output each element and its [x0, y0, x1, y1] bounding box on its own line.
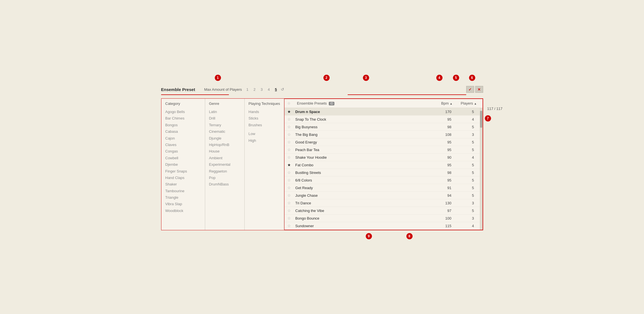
preset-name: The Big Bang	[295, 132, 431, 137]
category-item[interactable]: Shaker	[165, 181, 201, 187]
technique-item[interactable]: High	[249, 137, 280, 144]
bpm-value: 98	[432, 171, 454, 175]
star-icon[interactable]: ☆	[287, 216, 295, 220]
table-row[interactable]: ☆ Get Ready 91 5	[284, 184, 479, 192]
category-item[interactable]: Bongos	[165, 122, 201, 128]
technique-item[interactable]: Brushes	[249, 122, 280, 128]
star-icon[interactable]: ☆	[287, 117, 295, 121]
genre-item[interactable]: House	[209, 148, 240, 154]
genre-item[interactable]: Latin	[209, 109, 240, 115]
table-row[interactable]: ☆ Snap To The Clock 95 4	[284, 116, 479, 123]
star-icon[interactable]: ☆	[287, 170, 295, 175]
preset-name: Fat Combo	[295, 163, 431, 167]
star-icon[interactable]: ☆	[287, 132, 295, 137]
table-row[interactable]: ☆ Tri Dance 130 3	[284, 199, 479, 207]
preset-name-header[interactable]: Ensemble Presets ID	[297, 101, 431, 105]
star-icon[interactable]: ★	[287, 109, 295, 114]
star-icon[interactable]: ☆	[287, 155, 295, 160]
player-option-5[interactable]: 5	[274, 87, 278, 92]
category-item[interactable]: Djembe	[165, 161, 201, 168]
category-item[interactable]: Cowbell	[165, 155, 201, 161]
genre-item[interactable]: Reggaeton	[209, 168, 240, 174]
table-row[interactable]: ☆ Bustling Streets 98 5	[284, 169, 479, 176]
scrollbar[interactable]	[480, 108, 483, 230]
table-row[interactable]: ☆ Peach Bar Tea 95 5	[284, 146, 479, 154]
genre-item[interactable]: Ambient	[209, 155, 240, 161]
preset-border: ☆ Ensemble Presets ID Bpm ▲ Players ▲	[284, 99, 483, 230]
category-item[interactable]: Cabasa	[165, 128, 201, 135]
preset-list-header: ☆ Ensemble Presets ID Bpm ▲ Players ▲	[284, 99, 482, 108]
category-item[interactable]: Agogo Bells	[165, 109, 201, 115]
category-item[interactable]: Hand Claps	[165, 174, 201, 181]
genre-item[interactable]: Experimental	[209, 161, 240, 168]
table-row[interactable]: ☆ Shake Your Hoodie 90 4	[284, 154, 479, 161]
preset-name: Shake Your Hoodie	[295, 155, 431, 160]
preset-name: Big Busyness	[295, 125, 431, 129]
category-item[interactable]: Vibra Slap	[165, 201, 201, 207]
category-item[interactable]: Finger Snaps	[165, 168, 201, 174]
players-header[interactable]: Players ▲	[457, 101, 480, 105]
star-icon[interactable]: ☆	[287, 193, 295, 198]
table-row[interactable]: ☆ Big Busyness 98 5	[284, 123, 479, 131]
star-icon[interactable]: ☆	[287, 178, 295, 182]
table-row[interactable]: ★ Drum n Space 170 5	[284, 108, 479, 116]
table-row[interactable]: ☆ The Big Bang 108 3	[284, 131, 479, 138]
genre-item[interactable]: HipHop/RnB	[209, 141, 240, 148]
preset-name: Peach Bar Tea	[295, 148, 431, 152]
category-item[interactable]: Congas	[165, 148, 201, 154]
table-row[interactable]: ☆ Bongo Bounce 100 3	[284, 215, 479, 222]
star-icon[interactable]: ☆	[287, 140, 295, 144]
star-icon[interactable]: ☆	[287, 125, 295, 129]
preset-name: Get Ready	[295, 186, 431, 190]
star-icon[interactable]: ★	[287, 163, 295, 167]
star-icon[interactable]: ☆	[287, 147, 295, 152]
category-item[interactable]: Woodblock	[165, 207, 201, 214]
technique-item[interactable]: Sticks	[249, 115, 280, 121]
action-buttons: ✓ ✕	[466, 86, 483, 93]
category-item[interactable]: Bar Chimes	[165, 115, 201, 121]
table-row[interactable]: ★ Fat Combo 95 5	[284, 161, 479, 169]
main-panel: Category Agogo Bells Bar Chimes Bongos C…	[161, 98, 483, 230]
genre-item[interactable]: Ternary	[209, 122, 240, 128]
genre-item[interactable]: DrumNBass	[209, 181, 240, 187]
table-row[interactable]: ☆ 6/8 Colors 95 5	[284, 176, 479, 184]
star-icon[interactable]: ☆	[287, 224, 295, 228]
players-value: 4	[454, 155, 477, 160]
table-row[interactable]: ☆ Sundowner 115 4	[284, 222, 479, 230]
technique-item[interactable]: Low	[249, 131, 280, 137]
id-badge: ID	[329, 102, 334, 105]
player-option-2[interactable]: 2	[252, 87, 257, 92]
genre-header: Genre	[209, 101, 240, 106]
bpm-value: 95	[432, 163, 454, 167]
category-item[interactable]: Tambourine	[165, 188, 201, 194]
genre-item[interactable]: Djungle	[209, 135, 240, 141]
player-number-selector[interactable]: 1 2 3 4 5	[245, 87, 278, 92]
category-item[interactable]: Cajon	[165, 135, 201, 141]
genre-item[interactable]: Pop	[209, 174, 240, 181]
player-option-4[interactable]: 4	[267, 87, 271, 92]
annotation-3: 3	[363, 75, 369, 81]
star-icon[interactable]: ☆	[287, 208, 295, 213]
table-row[interactable]: ☆ Good Energy 95 5	[284, 138, 479, 146]
bpm-header[interactable]: Bpm ▲	[433, 101, 455, 105]
genre-item[interactable]: Cinematic	[209, 128, 240, 135]
players-value: 5	[454, 163, 477, 167]
players-value: 5	[454, 171, 477, 175]
star-icon[interactable]: ☆	[287, 201, 295, 205]
reset-button[interactable]: ↺	[281, 87, 284, 92]
technique-item[interactable]: Hands	[249, 109, 280, 115]
bpm-value: 97	[432, 209, 454, 213]
star-icon[interactable]: ☆	[287, 185, 295, 190]
techniques-column: Playing Techniques Hands Sticks Brushes …	[245, 99, 284, 230]
scrollbar-thumb[interactable]	[480, 111, 482, 128]
genre-item[interactable]: Drill	[209, 115, 240, 121]
player-option-3[interactable]: 3	[260, 87, 264, 92]
table-row[interactable]: ☆ Jungle Chase 94 5	[284, 192, 479, 199]
player-option-1[interactable]: 1	[245, 87, 249, 92]
players-value: 4	[454, 117, 477, 121]
table-row[interactable]: ☆ Catching the Vibe 97 5	[284, 207, 479, 215]
category-item[interactable]: Claves	[165, 141, 201, 148]
category-item[interactable]: Triangle	[165, 194, 201, 201]
cancel-button[interactable]: ✕	[475, 86, 483, 93]
confirm-button[interactable]: ✓	[466, 86, 474, 93]
